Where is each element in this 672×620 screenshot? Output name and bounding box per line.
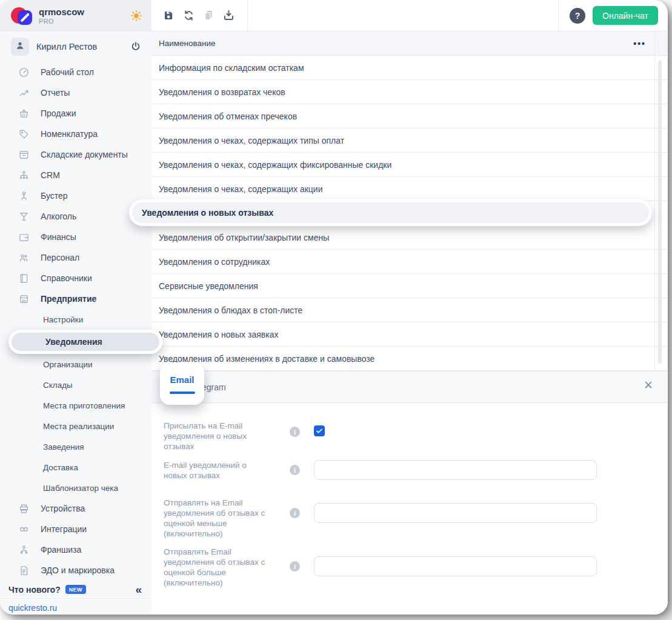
table-row[interactable]: Уведомления о чеках, содержащих акции [151, 177, 668, 201]
row-label: Уведомления о чеках, содержащих акции [159, 184, 323, 194]
table-row-spotlight[interactable]: Уведомления о новых отзывах [129, 199, 652, 226]
person-icon [15, 40, 25, 53]
sidebar-item[interactable]: Продажи [0, 103, 151, 124]
user-row[interactable]: Кирилл Рестов [0, 32, 151, 62]
theme-brightness-icon[interactable] [130, 9, 143, 22]
text-input[interactable] [314, 556, 597, 576]
sidebar-item[interactable]: Франшиза [0, 539, 151, 560]
sidebar-item[interactable]: Рабочий стол [0, 62, 151, 82]
reports-icon [18, 87, 30, 99]
form-field: Присылать на E-mail уведомления о новых … [164, 421, 668, 460]
brand-header: qrmoscow PRO [0, 0, 151, 32]
table-row[interactable]: Информация по складским остаткам [151, 56, 668, 80]
sidebar-item[interactable]: Места приготовления [0, 395, 151, 416]
sidebar-item[interactable]: Склады [0, 375, 151, 395]
sidebar-item[interactable]: Устройства [0, 498, 151, 519]
sidebar-item[interactable]: Организации [0, 354, 151, 375]
sidebar-item-label: Персонал [41, 253, 79, 262]
main-area: ? Онлайн-чат Наименование ••• Информация… [151, 0, 668, 615]
copy-button [202, 9, 215, 22]
checkbox[interactable] [314, 425, 325, 436]
row-label: Уведомления о возвратах чеков [159, 87, 285, 97]
sidebar-item[interactable]: Уведомления [8, 330, 162, 354]
sidebar-item-label: Интеграции [41, 524, 87, 534]
table-row[interactable]: Уведомления о чеках, содержащих фиксиров… [151, 153, 668, 177]
sidebar-item[interactable]: Складские документы [0, 144, 151, 165]
info-icon[interactable]: i [290, 427, 300, 437]
sidebar-item-label: Бустер [41, 191, 68, 201]
whats-new-link[interactable]: Что нового? [8, 585, 61, 595]
row-label: Информация по складским остаткам [159, 63, 304, 73]
collapse-sidebar-icon[interactable]: « [135, 584, 142, 595]
save-button[interactable] [162, 9, 175, 22]
table-row[interactable]: Уведомления об изменениях в доставке и с… [151, 347, 668, 371]
franchise-icon [18, 544, 30, 556]
help-button[interactable]: ? [570, 8, 585, 24]
sidebar-item-label: Продажи [41, 108, 76, 118]
refresh-button[interactable] [182, 9, 195, 22]
row-label: Уведомления о сотрудниках [159, 257, 270, 267]
logout-power-icon[interactable] [130, 41, 142, 53]
table-row[interactable]: Уведомления об отменах пречеков [151, 104, 668, 128]
field-label: E-mail уведомлений о новых отзывах [164, 460, 270, 481]
sidebar-item[interactable]: Алкоголь [0, 206, 151, 227]
row-label: Уведомления о новых заявках [159, 330, 278, 339]
sidebar-item[interactable]: Доставка [0, 457, 151, 478]
sidebar-item[interactable]: Места реализации [0, 416, 151, 436]
sidebar-item[interactable]: Интеграции [0, 519, 151, 539]
toolbar: ? Онлайн-чат [151, 0, 668, 32]
scrollbar-thumb[interactable] [658, 61, 662, 364]
site-link[interactable]: quickresto.ru [8, 603, 57, 613]
sidebar-item[interactable]: Справочники [0, 268, 151, 288]
sidebar-item[interactable]: Отчеты [0, 82, 151, 103]
field-label: Присылать на E-mail уведомления о новых … [164, 421, 270, 452]
warehouse-icon [18, 148, 30, 161]
sidebar-item[interactable]: Бустер [0, 185, 151, 206]
table-row[interactable]: Уведомления о сотрудниках [151, 250, 668, 274]
logo-blue-square [18, 10, 32, 25]
table-row[interactable]: Уведомления о блюдах в стоп-листе [151, 298, 668, 322]
scrollbar-gutter-divider [654, 32, 655, 371]
table-row[interactable]: Сервисные уведомления [151, 274, 668, 298]
sidebar-item-label: CRM [41, 170, 60, 180]
sales-icon [18, 107, 30, 119]
tag-icon [18, 128, 30, 140]
active-tab-underline [170, 392, 195, 394]
tab-email[interactable]: Email [160, 362, 204, 405]
text-input[interactable] [314, 460, 597, 480]
online-chat-button[interactable]: Онлайн-чат [593, 6, 658, 25]
sidebar-item[interactable]: CRM [0, 165, 151, 185]
info-icon[interactable]: i [290, 465, 300, 475]
directory-icon [18, 272, 30, 284]
sidebar-item[interactable]: Номенклатура [0, 124, 151, 144]
enterprise-icon [18, 293, 30, 305]
info-icon[interactable]: i [290, 561, 300, 572]
info-icon[interactable]: i [290, 508, 300, 518]
sidebar-item[interactable]: Настройки [0, 309, 151, 330]
form-field: Отправлять Email уведомления об отзывах … [164, 547, 668, 588]
text-input[interactable] [314, 503, 597, 523]
ellipsis-icon[interactable]: ••• [633, 39, 646, 48]
close-icon[interactable]: ✕ [644, 379, 653, 391]
sidebar-item-label: ЭДО и маркировка [41, 565, 115, 575]
table-row[interactable]: Уведомления о чеках, содержащих типы опл… [151, 128, 668, 153]
sidebar-item[interactable]: ЭДО и маркировка [0, 560, 151, 581]
app-window: qrmoscow PRO Кирилл Рестов Рабочий столО… [0, 0, 668, 615]
sidebar-item[interactable]: Финансы [0, 227, 151, 247]
download-button[interactable] [222, 9, 235, 22]
site-row: quickresto.ru [0, 598, 151, 615]
toolbar-icons [162, 9, 235, 22]
table-row[interactable]: Уведомления о новых отзывах [151, 201, 668, 225]
sidebar-item[interactable]: Персонал [0, 247, 151, 268]
brand-name: qrmoscow [39, 7, 84, 17]
panel-tabbar: Telegram ✕ [151, 371, 668, 403]
sidebar-item[interactable]: Шаблонизатор чека [0, 478, 151, 498]
sidebar-item[interactable]: Предприятие [0, 288, 151, 309]
table-row[interactable]: Уведомления о новых заявках [151, 322, 668, 347]
sidebar-item[interactable]: Заведения [0, 436, 151, 457]
sidebar: qrmoscow PRO Кирилл Рестов Рабочий столО… [0, 0, 151, 615]
sidebar-item-label: Номенклатура [41, 129, 98, 139]
table-row[interactable]: Уведомления о возвратах чеков [151, 80, 668, 104]
table-row[interactable]: Уведомления об открытии/закрытии смены [151, 225, 668, 250]
staff-icon [18, 252, 30, 264]
